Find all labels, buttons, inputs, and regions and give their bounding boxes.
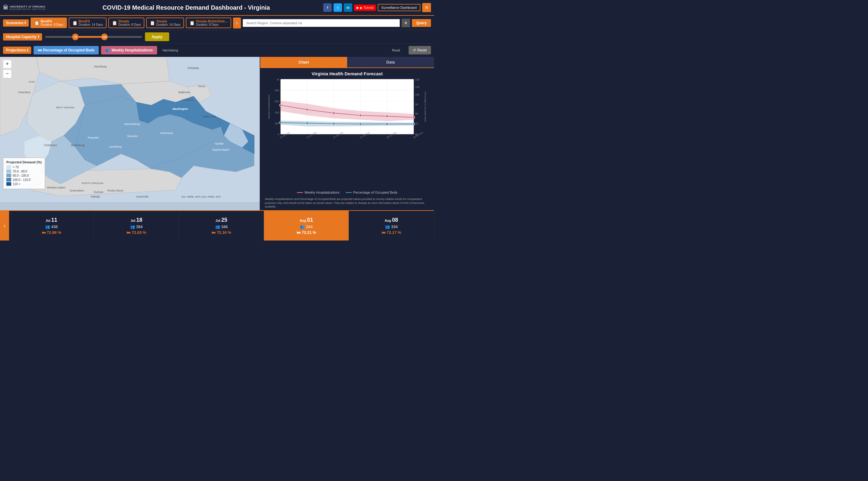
- stat-card-1: Jul 18 👥 384 🛏 72.63 %: [94, 211, 179, 241]
- svg-point-73: [359, 114, 362, 117]
- tab-data[interactable]: Data: [347, 57, 434, 67]
- page-title: COVID-19 Medical Resource Demand Dashboa…: [49, 4, 323, 11]
- svg-text:110: 110: [415, 85, 420, 88]
- svg-text:Richmond: Richmond: [160, 132, 173, 135]
- stat-beds-2: 🛏 72.34 %: [212, 230, 231, 235]
- chart-tabs: Chart Data: [260, 57, 434, 68]
- scenario-bestfit-14[interactable]: 📋 BestFit Duration: 14 Days: [69, 18, 106, 28]
- main-content: + − Columbus Charleston Harrisburg Phila…: [0, 57, 434, 210]
- tab-chart[interactable]: Chart: [260, 57, 347, 67]
- chart-legend: Weekly Hospitalizations Percentage of Oc…: [260, 189, 434, 196]
- people-icon-0: 👥: [45, 224, 50, 229]
- svg-text:08-08-2020: 08-08-2020: [413, 131, 424, 139]
- stats-prev-button[interactable]: ‹: [0, 211, 9, 241]
- svg-text:Roanoke: Roanoke: [88, 136, 99, 139]
- reset-icon: ↺: [413, 48, 416, 52]
- svg-text:200: 200: [275, 122, 279, 125]
- svg-text:Charleston: Charleston: [44, 144, 57, 147]
- slider-thumb-min[interactable]: 70: [72, 34, 79, 40]
- svg-text:80: 80: [415, 112, 418, 115]
- menu-button[interactable]: ≡: [422, 3, 431, 12]
- scenario-steady-better-8[interactable]: 📋 Steady-BetterDete... Duration: 8 Days: [186, 18, 231, 28]
- scenario-icon-4: 📋: [150, 21, 155, 25]
- stat-hosp-4: 👥 334: [385, 224, 398, 229]
- occupied-beds-button[interactable]: 🛏 Percentage of Occupied Beds: [34, 46, 99, 55]
- weekly-hosp-button[interactable]: 👥 Weekly Hospitalizations: [101, 46, 157, 55]
- bottom-stats: ‹ Jul 11 👥 436 🛏 72.98 % Jul 18 👥 384 🛏 …: [0, 210, 434, 241]
- legend-color-gt110: [6, 182, 11, 186]
- projections-info-icon: ℹ: [27, 49, 28, 52]
- svg-text:Greensboro: Greensboro: [70, 189, 84, 192]
- reset-button[interactable]: ↺ Reset: [409, 46, 431, 55]
- svg-text:OHIO: OHIO: [29, 81, 35, 83]
- bed-icon-0: 🛏: [42, 230, 46, 235]
- bed-icon-1: 🛏: [126, 230, 130, 235]
- legend-item-lt70: < 70: [6, 165, 42, 169]
- linkedin-button[interactable]: in: [344, 3, 352, 12]
- map-legend: Projected Demand (%) < 70 70.0 - 90.0 90…: [3, 158, 45, 189]
- surveillance-dashboard-button[interactable]: Surveillance Dashboard: [378, 4, 421, 11]
- legend-color-70-90: [6, 169, 11, 173]
- svg-text:70: 70: [415, 122, 418, 125]
- slider-track: 70 110: [45, 36, 142, 38]
- legend-item-90-100: 90.0 - 100.0: [6, 174, 42, 177]
- legend-item-70-90: 70.0 - 90.0: [6, 169, 42, 173]
- search-clear-button[interactable]: ✕: [402, 19, 410, 27]
- people-icon-2: 👥: [215, 224, 220, 229]
- logo-area: 🏛 UNIVERSITY of VIRGINIA BIOCOMPLEXITY I…: [3, 4, 45, 11]
- scenarios-info-icon: ℹ: [25, 21, 26, 25]
- legend-occupied-beds: Percentage of Occupied Beds: [346, 191, 397, 194]
- chart-note: Weekly Hospitalizations and Percentage o…: [260, 196, 434, 210]
- scenario-bestfit-8[interactable]: 📋 BestFit Duration: 8 Days: [31, 18, 67, 28]
- scenario-steady-8[interactable]: 📋 Steady Duration: 8 Days: [108, 18, 144, 28]
- region-search-input[interactable]: [243, 19, 400, 27]
- stat-card-4: Aug 08 👥 334 🛏 72.17 %: [349, 211, 434, 241]
- people-icon: 👥: [105, 48, 110, 52]
- youtube-tutorial-button[interactable]: ▶ ▶ Tutorial: [354, 4, 376, 11]
- twitter-button[interactable]: t: [334, 3, 342, 12]
- svg-text:Philadelp: Philadelp: [188, 67, 199, 70]
- svg-point-75: [412, 116, 415, 119]
- legend-color-90-100: [6, 174, 11, 177]
- svg-text:Annapolis: Annapolis: [182, 98, 194, 101]
- svg-text:WEST VIRGINIA: WEST VIRGINIA: [56, 106, 74, 109]
- svg-text:Rocky Mount: Rocky Mount: [107, 189, 123, 192]
- svg-text:Winston-Salem: Winston-Salem: [47, 186, 65, 189]
- bed-icon-2: 🛏: [212, 230, 216, 235]
- stat-hosp-2: 👥 346: [215, 224, 228, 229]
- svg-text:Greenville: Greenville: [136, 195, 149, 198]
- svg-point-70: [279, 104, 282, 106]
- header-right: f t in ▶ ▶ Tutorial Surveillance Dashboa…: [323, 3, 431, 12]
- scenarios-next-button[interactable]: ›: [233, 18, 241, 28]
- svg-text:Dover: Dover: [198, 85, 206, 88]
- svg-point-78: [306, 122, 308, 124]
- capacity-info-icon: ℹ: [38, 35, 39, 39]
- stat-hosp-0: 👥 436: [45, 224, 58, 229]
- scenario-icon: 📋: [34, 21, 39, 25]
- svg-text:Norfolk: Norfolk: [215, 142, 224, 145]
- apply-button[interactable]: Apply: [145, 32, 169, 41]
- svg-text:Blacksburg: Blacksburg: [71, 144, 85, 147]
- svg-text:600: 600: [275, 100, 279, 103]
- svg-text:90: 90: [415, 103, 418, 106]
- svg-text:400: 400: [275, 111, 279, 114]
- slider-thumb-max[interactable]: 110: [101, 34, 108, 40]
- capacity-label: Hospital Capacity ℹ: [3, 33, 42, 40]
- scenario-steady-14[interactable]: 📋 Steady Duration: 14 Days: [146, 18, 184, 28]
- hospital-capacity-slider[interactable]: 70 110: [45, 32, 142, 41]
- svg-point-79: [333, 123, 335, 125]
- scenario-icon-2: 📋: [72, 21, 78, 25]
- legend-item-gt110: 110 +: [6, 182, 42, 186]
- svg-text:800: 800: [275, 89, 279, 92]
- svg-text:Durham: Durham: [94, 191, 103, 194]
- svg-point-74: [386, 115, 388, 117]
- facebook-button[interactable]: f: [323, 3, 332, 12]
- query-button[interactable]: Query: [412, 19, 431, 27]
- people-icon-4: 👥: [385, 224, 390, 229]
- stat-beds-3: 🛏 72.21 %: [297, 230, 316, 235]
- legend-color-lt70: [6, 165, 11, 169]
- svg-text:Columbus: Columbus: [18, 91, 31, 94]
- header: 🏛 UNIVERSITY of VIRGINIA BIOCOMPLEXITY I…: [0, 0, 434, 16]
- play-icon: ▶: [356, 6, 359, 10]
- legend-item-100-110: 100.0 - 110.0: [6, 178, 42, 182]
